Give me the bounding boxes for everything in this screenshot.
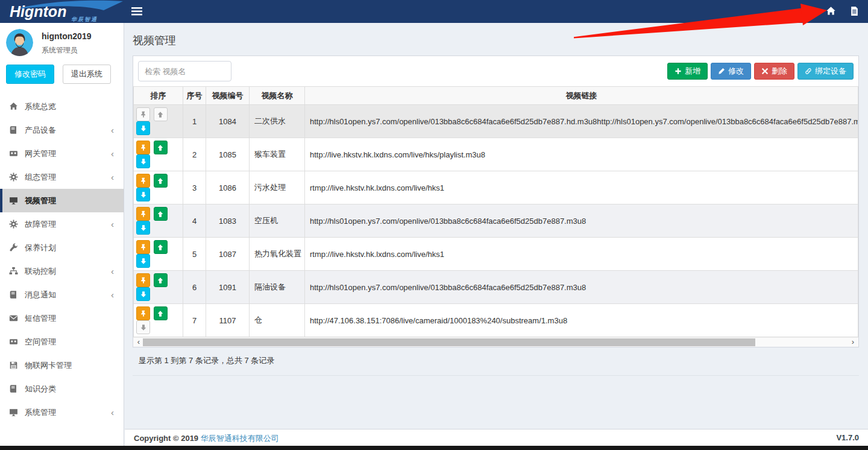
- monitor-icon: [9, 408, 18, 417]
- move-up-button[interactable]: [154, 207, 168, 221]
- sidebar-item-system[interactable]: 系统管理 ‹: [0, 401, 124, 424]
- scroll-right-arrow[interactable]: ›: [849, 338, 857, 347]
- username: hignton2019: [42, 31, 91, 41]
- move-up-button[interactable]: [154, 174, 168, 188]
- pin-button[interactable]: [136, 207, 150, 221]
- seq-cell: 7: [183, 304, 206, 337]
- app-logo[interactable]: Hignton 华辰智通: [0, 0, 124, 23]
- logout-button[interactable]: 退出系统: [63, 65, 111, 84]
- chevron-left-icon: ‹: [111, 290, 114, 299]
- video-name-cell: 热力氧化装置: [250, 238, 305, 271]
- sidebar-item-configuration[interactable]: 组态管理 ‹: [0, 165, 124, 189]
- pin-button[interactable]: [136, 107, 150, 121]
- pin-button[interactable]: [136, 240, 150, 254]
- seq-cell: 4: [183, 204, 206, 238]
- sidebar-item-linkage[interactable]: 联动控制 ‹: [0, 259, 124, 283]
- sort-cell: [134, 105, 183, 138]
- pin-button[interactable]: [136, 174, 150, 188]
- change-password-button[interactable]: 修改密码: [6, 65, 54, 84]
- move-down-button[interactable]: [136, 154, 150, 168]
- move-down-button[interactable]: [136, 320, 150, 334]
- top-navbar: Hignton 华辰智通: [0, 0, 868, 23]
- user-role: 系统管理员: [42, 45, 91, 55]
- company-link[interactable]: 华辰智通科技有限公司: [201, 434, 279, 443]
- horizontal-scrollbar[interactable]: ‹ ›: [133, 337, 858, 347]
- move-down-button[interactable]: [136, 287, 150, 301]
- gear-icon: [9, 173, 18, 182]
- video-name-cell: 猴车装置: [250, 138, 305, 171]
- sidebar-item-product-device[interactable]: 产品设备 ‹: [0, 118, 124, 142]
- column-header-url[interactable]: 视频链接: [305, 87, 858, 105]
- sort-cell: [134, 304, 183, 337]
- move-up-button[interactable]: [154, 306, 168, 320]
- move-down-button[interactable]: [136, 121, 150, 135]
- video-url-cell: rtmp://live.hkstv.hk.lxdns.com/live/hks1: [305, 171, 858, 204]
- gear-icon: [9, 220, 18, 229]
- move-up-button[interactable]: [154, 141, 168, 154]
- avatar: [6, 29, 33, 56]
- move-up-button[interactable]: [154, 273, 168, 287]
- hamburger-icon[interactable]: [131, 7, 142, 16]
- column-header-name[interactable]: 视频名称: [250, 87, 305, 105]
- sidebar-item-system-overview[interactable]: 系统总览: [0, 95, 124, 118]
- link-icon: [805, 68, 812, 75]
- pin-button[interactable]: [136, 273, 150, 287]
- move-up-button[interactable]: [154, 240, 168, 254]
- table-row[interactable]: 5 1087 热力氧化装置 rtmp://live.hkstv.hk.lxdns…: [134, 238, 858, 271]
- chevron-left-icon: ‹: [111, 149, 114, 158]
- copyright-text: Copyright © 2019: [134, 434, 198, 443]
- film-icon: [9, 149, 18, 158]
- column-header-code[interactable]: 视频编号: [206, 87, 250, 105]
- table-row[interactable]: 6 1091 隔油设备 http://hls01open.ys7.com/ope…: [134, 271, 858, 304]
- table-row[interactable]: 7 1107 仓 http://47.106.38.151:7086/live/…: [134, 304, 858, 337]
- sidebar-item-maintenance[interactable]: 保养计划: [0, 236, 124, 259]
- table-row[interactable]: 1 1084 二次供水 http://hls01open.ys7.com/ope…: [134, 105, 858, 138]
- video-code-cell: 1084: [206, 105, 250, 138]
- video-code-cell: 1087: [206, 238, 250, 271]
- pin-button[interactable]: [136, 141, 150, 154]
- sort-cell: [134, 171, 183, 204]
- chevron-left-icon: ‹: [111, 267, 114, 276]
- move-down-button[interactable]: [136, 188, 150, 201]
- sidebar-item-fault[interactable]: 故障管理 ‹: [0, 212, 124, 236]
- sidebar-item-space[interactable]: 空间管理: [0, 330, 124, 353]
- film-icon: [9, 337, 18, 346]
- search-input[interactable]: [138, 61, 231, 81]
- scroll-left-arrow[interactable]: ‹: [134, 338, 143, 347]
- table-row[interactable]: 3 1086 污水处理 rtmp://live.hkstv.hk.lxdns.c…: [134, 171, 858, 204]
- sidebar-item-iot-card[interactable]: 物联网卡管理: [0, 353, 124, 377]
- seq-cell: 6: [183, 271, 206, 304]
- video-panel: 新增 修改 删除 绑定设备 排序: [133, 55, 859, 347]
- add-button[interactable]: 新增: [667, 63, 708, 80]
- sidebar-item-gateway[interactable]: 网关管理 ‹: [0, 142, 124, 165]
- move-up-button[interactable]: [154, 107, 168, 121]
- video-name-cell: 隔油设备: [250, 271, 305, 304]
- table-row[interactable]: 4 1083 空压机 http://hls01open.ys7.com/open…: [134, 204, 858, 238]
- seq-cell: 3: [183, 171, 206, 204]
- sidebar-item-notification[interactable]: 消息通知 ‹: [0, 283, 124, 306]
- user-profile: hignton2019 系统管理员: [0, 23, 124, 56]
- bind-device-button[interactable]: 绑定设备: [797, 63, 854, 80]
- column-header-sort[interactable]: 排序: [134, 87, 183, 105]
- monitor-icon: [9, 196, 18, 205]
- delete-button[interactable]: 删除: [754, 63, 794, 80]
- scrollbar-thumb[interactable]: [143, 338, 755, 346]
- column-header-seq[interactable]: 序号: [183, 87, 206, 105]
- sidebar: hignton2019 系统管理员 修改密码 退出系统 系统总览 产品设备 ‹ …: [0, 23, 124, 446]
- sidebar-item-video[interactable]: 视频管理: [0, 189, 124, 212]
- edit-button[interactable]: 修改: [711, 63, 751, 80]
- wrench-icon: [9, 243, 18, 252]
- sidebar-item-knowledge[interactable]: 知识分类: [0, 377, 124, 401]
- seq-cell: 5: [183, 238, 206, 271]
- chevron-left-icon: ‹: [111, 220, 114, 229]
- move-down-button[interactable]: [136, 221, 150, 235]
- move-down-button[interactable]: [136, 254, 150, 268]
- table-row[interactable]: 2 1085 猴车装置 http://live.hkstv.hk.lxdns.c…: [134, 138, 858, 171]
- floppy-icon: [9, 361, 18, 370]
- home-icon[interactable]: [826, 6, 836, 16]
- sidebar-item-sms[interactable]: 短信管理: [0, 306, 124, 330]
- pin-button[interactable]: [136, 306, 150, 320]
- video-name-cell: 仓: [250, 304, 305, 337]
- document-icon[interactable]: [849, 6, 860, 16]
- video-code-cell: 1085: [206, 138, 250, 171]
